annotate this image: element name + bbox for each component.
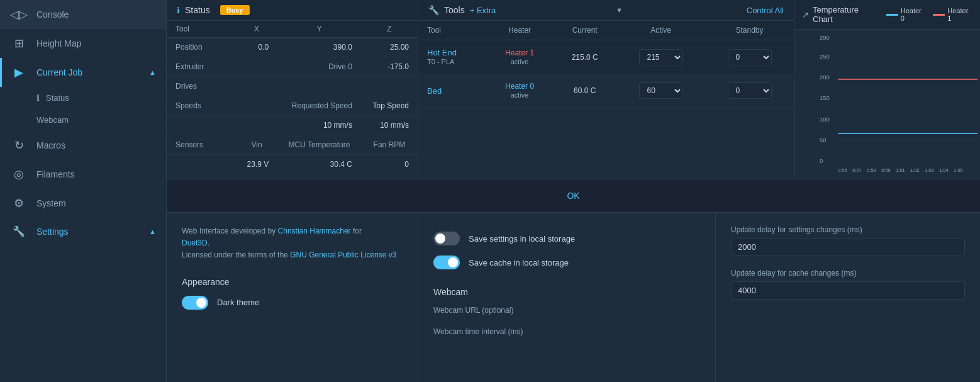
license-link[interactable]: GNU General Public License v3	[290, 250, 396, 259]
sidebar: ◁▷ Console ⊞ Height Map ▶ Current Job ▲ …	[0, 0, 167, 382]
active-select-hotend[interactable]: 215	[639, 49, 683, 65]
print-icon: ▶	[10, 65, 28, 79]
standby-select-bed[interactable]: 0	[728, 82, 772, 99]
sidebar-item-settings[interactable]: 🔧 Settings ▲	[0, 218, 166, 245]
sidebar-sub-current-job: ℹ Status Webcam	[0, 87, 166, 131]
local-storage-track	[433, 232, 460, 245]
webcam-interval-label: Webcam time interval (ms)	[433, 327, 700, 336]
table-header-row: Tool X Y Z	[167, 21, 418, 38]
top-speed-label: Top Speed	[361, 96, 418, 116]
x-label-4: 1:01	[896, 167, 905, 173]
heater1-info: Heater 1 active	[495, 48, 544, 66]
speeds-label: Speeds	[167, 96, 236, 116]
chart-title: Temperature Chart	[813, 5, 877, 24]
cache-toggle[interactable]	[433, 256, 460, 269]
extra-link[interactable]: + Extra	[470, 6, 496, 15]
dark-theme-track	[182, 296, 208, 310]
settings-about: Web Interface developed by Christian Ham…	[167, 213, 418, 382]
legend-label-heater0: Heater 0	[901, 7, 926, 22]
sidebar-item-label: Height Map	[36, 38, 82, 48]
active-indicator	[0, 58, 2, 87]
tools-panel: 🔧 Tools + Extra ▼ Control All Tool Heate…	[418, 0, 794, 179]
bed-standby-dropdown[interactable]: 0	[714, 82, 785, 99]
col-current: Current	[553, 21, 616, 40]
update-delay-input[interactable]: 2000	[731, 238, 965, 256]
cache-track	[433, 256, 460, 269]
drives-label: Drives	[167, 77, 236, 96]
update-delay-field: Update delay for settings changes (ms) 2…	[731, 225, 965, 256]
webcam-interval-field: Webcam time interval (ms)	[433, 327, 700, 336]
grid-icon: ⊞	[10, 37, 28, 50]
sidebar-item-height-map[interactable]: ⊞ Height Map	[0, 29, 166, 58]
author-link[interactable]: Christian Hammacher	[278, 227, 351, 235]
sidebar-item-label: System	[36, 198, 66, 208]
x-label-5: 1:02	[910, 167, 919, 173]
col-heater: Heater	[486, 21, 553, 40]
tools-header-row: Tool Heater Current Active Standby	[418, 21, 794, 40]
org-link[interactable]: Duet3D	[182, 239, 208, 247]
sensors-values-row: 23.9 V 30.4 C 0	[167, 155, 418, 174]
filaments-icon: ◎	[10, 167, 28, 181]
info-icon: ℹ	[36, 93, 40, 103]
z-col-header: Z	[361, 21, 418, 38]
sidebar-item-system[interactable]: ⚙ System	[0, 189, 166, 218]
license-text: Licensed under the terms of the	[182, 250, 288, 259]
cache-delay-input[interactable]: 4000	[731, 281, 965, 300]
dark-theme-label: Dark theme	[217, 298, 259, 307]
sidebar-item-label: Console	[36, 9, 69, 20]
busy-badge: Busy	[220, 5, 250, 15]
sidebar-item-status[interactable]: ℹ Status	[0, 87, 166, 109]
legend-color-heater1	[933, 14, 945, 16]
vin-col-header: Vin	[236, 135, 277, 155]
y-label-150: 150	[820, 94, 830, 101]
chart-legend: Heater 0 Heater 1	[886, 7, 972, 22]
dark-theme-toggle[interactable]	[182, 296, 208, 310]
legend-color-heater0	[886, 14, 898, 16]
chart-header: ↗ Temperature Chart Heater 0 Heater 1	[794, 0, 980, 30]
x-label-8: 1:05	[954, 167, 962, 173]
z-value: 25.00	[361, 38, 418, 57]
top-speed-value: 10 mm/s	[361, 116, 418, 135]
active-select-bed[interactable]: 60	[639, 82, 683, 99]
main-content: ℹ Status Busy Tool X Y Z Position 0.0 39…	[167, 0, 980, 382]
cache-delay-field: Update delay for cache changes (ms) 4000	[731, 269, 965, 300]
sidebar-item-macros[interactable]: ↻ Macros	[0, 131, 166, 160]
position-label: Position	[167, 38, 236, 57]
sidebar-item-current-job[interactable]: ▶ Current Job ▲	[0, 58, 166, 87]
drive0-value: -175.0	[361, 57, 418, 77]
cache-thumb	[448, 257, 458, 267]
appearance-section: Appearance Dark theme	[182, 277, 403, 310]
x-label-6: 1:03	[925, 167, 933, 173]
sidebar-item-filaments[interactable]: ◎ Filaments	[0, 160, 166, 189]
appearance-title: Appearance	[182, 277, 403, 287]
x-col-header: X	[236, 21, 277, 38]
ok-button[interactable]: OK	[557, 188, 589, 203]
update-delay-label: Update delay for settings changes (ms)	[731, 225, 965, 234]
local-storage-toggle[interactable]	[433, 232, 460, 245]
tools-panel-title: Tools	[444, 5, 465, 15]
y-col-header: Y	[277, 21, 361, 38]
sidebar-item-webcam[interactable]: Webcam	[0, 109, 166, 131]
cache-label: Save cache in local storage	[469, 258, 569, 267]
top-panels: ℹ Status Busy Tool X Y Z Position 0.0 39…	[167, 0, 980, 179]
hot-end-active-dropdown[interactable]: 215	[625, 49, 696, 65]
y-label-100: 100	[820, 116, 830, 123]
wrench-icon: 🔧	[10, 225, 28, 237]
x-label-0: 0:56	[838, 167, 847, 173]
webcam-url-field: Webcam URL (optional)	[433, 306, 700, 315]
sidebar-item-console[interactable]: ◁▷ Console	[0, 0, 166, 29]
speeds-values-row: 10 mm/s 10 mm/s	[167, 116, 418, 135]
hot-end-standby-dropdown[interactable]: 0	[714, 49, 785, 65]
standby-select-hotend[interactable]: 0	[728, 49, 772, 65]
y-label-200: 200	[820, 74, 830, 81]
mcu-temp-value: 30.4 C	[277, 155, 361, 174]
dark-theme-thumb	[196, 298, 206, 308]
tools-wrench-icon: 🔧	[428, 5, 439, 15]
speeds-row: Speeds Requested Speed Top Speed	[167, 96, 418, 116]
control-all-link[interactable]: Control All	[747, 6, 784, 15]
local-storage-toggle-row: Save settings in local storage	[433, 232, 700, 245]
webcam-section: Webcam Webcam URL (optional) Webcam time…	[433, 287, 700, 336]
bed-active-dropdown[interactable]: 60	[625, 82, 696, 99]
x-label-3: 0:59	[881, 167, 890, 173]
tool-name-hot-end[interactable]: Hot End T0 - PLA	[427, 48, 477, 66]
